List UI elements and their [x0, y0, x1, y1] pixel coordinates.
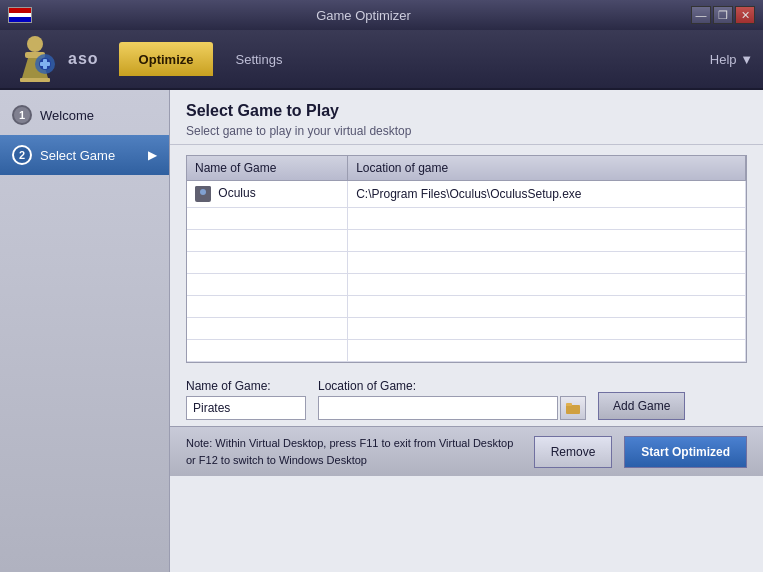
name-label: Name of Game: — [186, 379, 306, 393]
window-controls: — ❒ ✕ — [689, 6, 755, 24]
note-text: Note: Within Virtual Desktop, press F11 … — [186, 437, 513, 466]
svg-point-9 — [200, 189, 206, 195]
page-subtitle: Select game to play in your virtual desk… — [186, 124, 747, 138]
game-location-input[interactable] — [318, 396, 558, 420]
sidebar-welcome-label: Welcome — [40, 108, 94, 123]
game-location-cell: C:\Program Files\Oculus\OculusSetup.exe — [348, 181, 746, 208]
sidebar-item-select-game[interactable]: 2 Select Game ▶ — [0, 135, 169, 175]
note-area: Note: Within Virtual Desktop, press F11 … — [186, 435, 522, 468]
empty-row — [187, 274, 746, 296]
game-name-input[interactable] — [186, 396, 306, 420]
sidebar-arrow-icon: ▶ — [148, 148, 157, 162]
svg-rect-7 — [40, 62, 50, 66]
game-icon — [195, 186, 211, 202]
close-button[interactable]: ✕ — [735, 6, 755, 24]
empty-row — [187, 318, 746, 340]
empty-row — [187, 340, 746, 362]
restore-button[interactable]: ❒ — [713, 6, 733, 24]
add-game-button[interactable]: Add Game — [598, 392, 685, 420]
content-area: Select Game to Play Select game to play … — [170, 90, 763, 572]
col-header-location: Location of game — [348, 156, 746, 181]
aso-label: aso — [68, 50, 99, 68]
main-layout: 1 Welcome 2 Select Game ▶ Select Game to… — [0, 90, 763, 572]
title-bar: Game Optimizer — ❒ ✕ — [0, 0, 763, 30]
folder-icon — [566, 402, 580, 414]
minimize-button[interactable]: — — [691, 6, 711, 24]
svg-rect-10 — [566, 405, 580, 414]
game-table: Name of Game Location of game Oculus — [187, 156, 746, 362]
name-form-group: Name of Game: — [186, 379, 306, 420]
step-1-badge: 1 — [12, 105, 32, 125]
sidebar-item-welcome[interactable]: 1 Welcome — [0, 95, 169, 135]
empty-row — [187, 296, 746, 318]
empty-row — [187, 252, 746, 274]
svg-point-0 — [27, 36, 43, 52]
form-area: Name of Game: Location of Game: Add Game — [170, 373, 763, 426]
location-label: Location of Game: — [318, 379, 586, 393]
window-title: Game Optimizer — [38, 8, 689, 23]
svg-rect-11 — [566, 403, 572, 406]
start-optimized-button[interactable]: Start Optimized — [624, 436, 747, 468]
step-2-badge: 2 — [12, 145, 32, 165]
flag-icon — [8, 7, 32, 23]
help-button[interactable]: Help ▼ — [710, 52, 753, 67]
empty-row — [187, 230, 746, 252]
table-row[interactable]: Oculus C:\Program Files\Oculus\OculusSet… — [187, 181, 746, 208]
game-table-container: Name of Game Location of game Oculus — [186, 155, 747, 363]
page-title: Select Game to Play — [186, 102, 747, 120]
tab-settings[interactable]: Settings — [215, 42, 302, 76]
app-logo-icon — [10, 34, 60, 84]
empty-row — [187, 208, 746, 230]
location-input-group — [318, 396, 586, 420]
sidebar-select-game-label: Select Game — [40, 148, 115, 163]
sidebar: 1 Welcome 2 Select Game ▶ — [0, 90, 170, 572]
remove-button[interactable]: Remove — [534, 436, 613, 468]
game-name-text: Oculus — [218, 186, 255, 200]
logo-area: aso — [10, 34, 99, 84]
game-name-cell: Oculus — [187, 181, 348, 208]
tab-optimize[interactable]: Optimize — [119, 42, 214, 76]
content-header: Select Game to Play Select game to play … — [170, 90, 763, 145]
svg-rect-3 — [20, 78, 50, 82]
location-form-group: Location of Game: — [318, 379, 586, 420]
col-header-name: Name of Game — [187, 156, 348, 181]
browse-button[interactable] — [560, 396, 586, 420]
toolbar: aso Optimize Settings Help ▼ — [0, 30, 763, 90]
footer: Note: Within Virtual Desktop, press F11 … — [170, 426, 763, 476]
